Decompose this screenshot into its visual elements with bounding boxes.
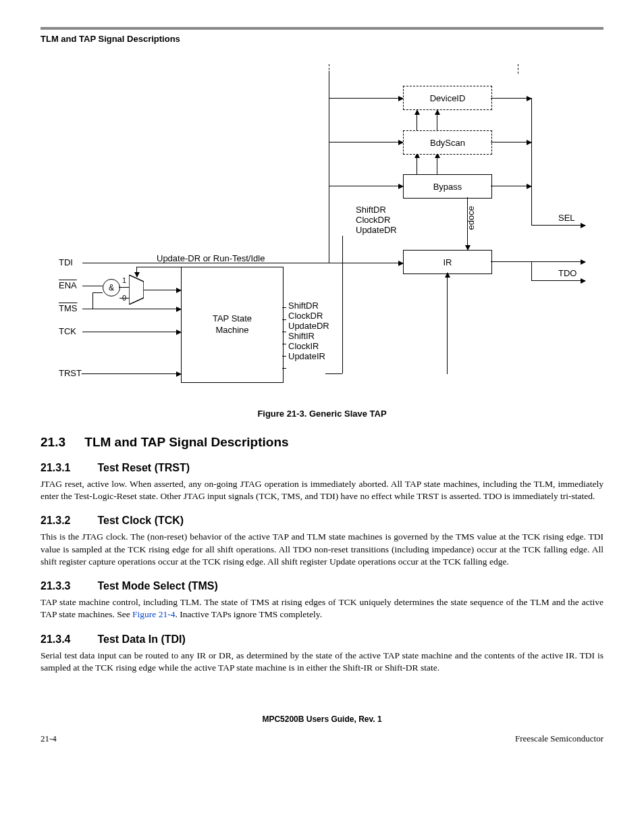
para-21-3-4: Serial test data input can be routed to … bbox=[41, 650, 603, 674]
para-21-3-3: TAP state machine control, including TLM… bbox=[41, 596, 603, 621]
footer-page: 21-4 bbox=[41, 733, 57, 744]
wire-into-ir bbox=[447, 273, 448, 374]
stub0 bbox=[282, 307, 286, 308]
label-tdi: TDI bbox=[59, 257, 73, 267]
heading-21-3-3: 21.3.3 Test Mode Select (TMS) bbox=[41, 580, 603, 592]
label-trst: TRST- bbox=[59, 368, 84, 378]
heading-title: Test Mode Select (TMS) bbox=[97, 580, 217, 592]
wire-ena-tap2 bbox=[92, 292, 103, 293]
label-updatedr-runtest: Update-DR or Run-Test/Idle bbox=[157, 253, 265, 263]
label-tck: TCK bbox=[59, 326, 76, 336]
heading-21-3-4: 21.3.4 Test Data In (TDI) bbox=[41, 633, 603, 646]
bypass-box: Bypass bbox=[403, 174, 492, 199]
wire-mux-sel-h bbox=[136, 267, 181, 267]
deviceid-box: DeviceID bbox=[403, 86, 492, 110]
dash-top-right bbox=[518, 64, 518, 74]
header-rule bbox=[41, 27, 603, 30]
wire-smout-vert bbox=[342, 236, 343, 373]
arrow-mid-up1 bbox=[417, 153, 417, 176]
stub4 bbox=[282, 356, 286, 357]
mid-2: UpdateDR bbox=[356, 225, 397, 235]
wire-to-bdyscan bbox=[329, 142, 403, 142]
label-tms: TMS bbox=[59, 303, 77, 313]
stub5 bbox=[282, 368, 286, 369]
label-sel: SEL bbox=[558, 213, 575, 223]
wire-to-bypass bbox=[329, 186, 403, 186]
para-21-3-1: JTAG reset, active low. When asserted, a… bbox=[41, 478, 603, 502]
wire-mux-sel bbox=[136, 267, 137, 277]
heading-title: Test Data In (TDI) bbox=[97, 633, 185, 645]
para-21-3-2: This is the JTAG clock. The (non-reset) … bbox=[41, 531, 603, 568]
wire-tdo-vert bbox=[531, 261, 532, 280]
wire-tdo bbox=[531, 280, 585, 281]
label-edoce: edoce bbox=[466, 206, 476, 230]
mux-in-1: 1 bbox=[122, 276, 126, 284]
footer-row: 21-4 Freescale Semiconductor bbox=[41, 733, 603, 744]
mux bbox=[129, 275, 144, 305]
and-gate: & bbox=[103, 279, 120, 296]
arrow-mid-up3 bbox=[417, 110, 417, 130]
tap-state-machine-box: TAP State Machine bbox=[181, 267, 284, 383]
wire-bypass-out bbox=[491, 186, 531, 186]
dash-top-left bbox=[329, 64, 329, 74]
heading-num: 21.3 bbox=[41, 435, 81, 450]
stub1 bbox=[282, 319, 286, 320]
sm-out-1: ClockDR bbox=[288, 311, 329, 321]
wire-deviceid-out bbox=[491, 98, 531, 99]
arrow-mid-up2 bbox=[437, 153, 437, 176]
wire-trst bbox=[82, 373, 181, 374]
heading-title: TLM and TAP Signal Descriptions bbox=[84, 435, 288, 449]
label-ena: ENA bbox=[59, 280, 77, 290]
arrow-mid-up4 bbox=[437, 110, 437, 130]
heading-title: Test Clock (TCK) bbox=[97, 515, 184, 526]
wire-sel bbox=[531, 225, 585, 226]
wire-to-deviceid bbox=[329, 98, 403, 99]
wire-mux-out bbox=[144, 290, 181, 290]
heading-num: 21.3.3 bbox=[41, 580, 95, 592]
figure-21-3: TDI ENA TMS TCK TRST- & 1 0 TAP State Ma… bbox=[59, 64, 585, 402]
sm-out-3: ShiftIR bbox=[288, 331, 329, 341]
sm-out-4: ClockIR bbox=[288, 341, 329, 351]
running-header: TLM and TAP Signal Descriptions bbox=[41, 34, 603, 44]
wire-tms bbox=[82, 309, 181, 309]
wire-tck bbox=[82, 332, 181, 332]
footer-guide: MPC5200B Users Guide, Rev. 1 bbox=[41, 714, 603, 724]
label-tdo: TDO bbox=[558, 268, 576, 278]
figure-caption: Figure 21-3. Generic Slave TAP bbox=[41, 409, 603, 419]
wire-ena bbox=[82, 286, 103, 286]
wire-ir-out bbox=[491, 261, 585, 262]
mid-0: ShiftDR bbox=[356, 205, 397, 215]
heading-num: 21.3.2 bbox=[41, 515, 95, 527]
heading-num: 21.3.1 bbox=[41, 462, 95, 474]
stub3 bbox=[282, 344, 286, 344]
ir-box: IR bbox=[403, 250, 492, 274]
bdyscan-box: BdyScan bbox=[403, 130, 492, 155]
stub2 bbox=[282, 332, 286, 332]
heading-num: 21.3.4 bbox=[41, 633, 95, 646]
mid-dr-group: ShiftDR ClockDR UpdateDR bbox=[356, 205, 397, 235]
heading-21-3: 21.3 TLM and TAP Signal Descriptions bbox=[41, 435, 603, 450]
wire-smout-h bbox=[325, 373, 342, 374]
wire-mux0 bbox=[119, 298, 129, 298]
sm-out-group: ShiftDR ClockDR UpdateDR ShiftIR ClockIR… bbox=[288, 301, 329, 361]
wire-bdyscan-out bbox=[491, 142, 531, 142]
para-post: . Inactive TAPs ignore TMS completely. bbox=[175, 609, 322, 619]
footer-org: Freescale Semiconductor bbox=[515, 733, 603, 744]
heading-21-3-1: 21.3.1 Test Reset (TRST) bbox=[41, 462, 603, 474]
xref-figure-21-4[interactable]: Figure 21-4 bbox=[132, 609, 175, 619]
wire-and-out bbox=[119, 287, 130, 288]
mid-1: ClockDR bbox=[356, 215, 397, 225]
wire-tdi-vert bbox=[329, 71, 329, 263]
wire-ena-tap bbox=[92, 292, 93, 309]
sm-out-0: ShiftDR bbox=[288, 301, 329, 311]
svg-marker-0 bbox=[129, 275, 144, 305]
heading-21-3-2: 21.3.2 Test Clock (TCK) bbox=[41, 515, 603, 527]
heading-title: Test Reset (TRST) bbox=[97, 462, 190, 473]
sm-out-5: UpdateIR bbox=[288, 351, 329, 361]
sm-out-2: UpdateDR bbox=[288, 321, 329, 331]
wire-sel-vert bbox=[531, 98, 532, 225]
